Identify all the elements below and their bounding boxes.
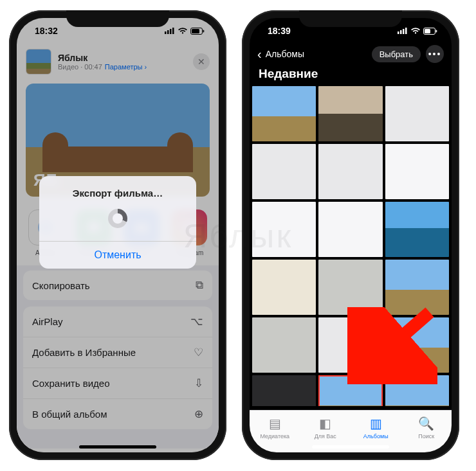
screen-left: 18:32 Яблык Видео · 00:47 Параметры › ✕ xyxy=(17,18,219,452)
notch xyxy=(299,10,402,27)
dialog-cancel-button[interactable]: Отменить xyxy=(39,241,196,269)
iphone-right: 18:39 ‹ Альбомы Выбрать ••• Недавние xyxy=(242,10,459,460)
photo-thumb[interactable] xyxy=(385,86,449,141)
svg-rect-16 xyxy=(400,30,402,34)
photo-thumb[interactable] xyxy=(385,202,449,257)
search-icon: 🔍 xyxy=(418,416,434,431)
select-button[interactable]: Выбрать xyxy=(372,46,421,62)
photo-thumb[interactable] xyxy=(252,260,316,315)
albums-icon: ▥ xyxy=(370,416,382,431)
iphone-left: 18:32 Яблык Видео · 00:47 Параметры › ✕ xyxy=(9,10,226,460)
photo-thumb[interactable] xyxy=(318,144,382,199)
notch xyxy=(66,10,169,27)
photo-thumb[interactable] xyxy=(252,317,316,373)
svg-rect-15 xyxy=(398,31,399,34)
photo-thumb[interactable] xyxy=(252,202,316,257)
tab-library[interactable]: ▤Медиатека xyxy=(250,411,300,445)
photo-thumb[interactable] xyxy=(318,202,382,257)
photo-thumb[interactable] xyxy=(318,86,382,141)
status-time: 18:39 xyxy=(268,26,291,36)
tab-search[interactable]: 🔍Поиск xyxy=(401,411,452,445)
dialog-title: Экспорт фильма… xyxy=(39,176,196,204)
home-indicator[interactable] xyxy=(312,445,389,449)
more-icon[interactable]: ••• xyxy=(426,45,444,63)
photo-thumb[interactable] xyxy=(252,86,316,141)
wifi-icon xyxy=(410,28,421,35)
annotation-arrow-icon xyxy=(347,307,437,384)
screen-right: 18:39 ‹ Альбомы Выбрать ••• Недавние xyxy=(250,18,452,452)
back-label[interactable]: Альбомы xyxy=(266,49,304,59)
photo-thumb[interactable] xyxy=(385,144,449,199)
status-icons xyxy=(398,28,437,35)
signal-icon xyxy=(398,28,408,34)
photo-thumb[interactable] xyxy=(252,144,316,199)
home-indicator[interactable] xyxy=(79,445,156,449)
section-title: Недавние xyxy=(250,67,452,86)
svg-rect-21 xyxy=(436,30,437,32)
svg-rect-20 xyxy=(425,29,430,33)
svg-line-22 xyxy=(368,312,430,366)
tab-foryou[interactable]: ◧Для Вас xyxy=(300,411,351,445)
battery-icon xyxy=(423,28,437,35)
tab-albums[interactable]: ▥Альбомы xyxy=(351,411,401,445)
svg-rect-17 xyxy=(403,29,405,34)
svg-rect-18 xyxy=(405,28,407,34)
foryou-icon: ◧ xyxy=(319,416,331,431)
photos-header: ‹ Альбомы Выбрать ••• xyxy=(250,44,452,67)
progress-spinner-icon xyxy=(108,209,127,228)
chevron-left-icon[interactable]: ‹ xyxy=(257,47,262,62)
library-icon: ▤ xyxy=(269,416,281,431)
photo-thumb[interactable] xyxy=(252,375,316,406)
export-dialog: Экспорт фильма… Отменить xyxy=(39,176,196,269)
